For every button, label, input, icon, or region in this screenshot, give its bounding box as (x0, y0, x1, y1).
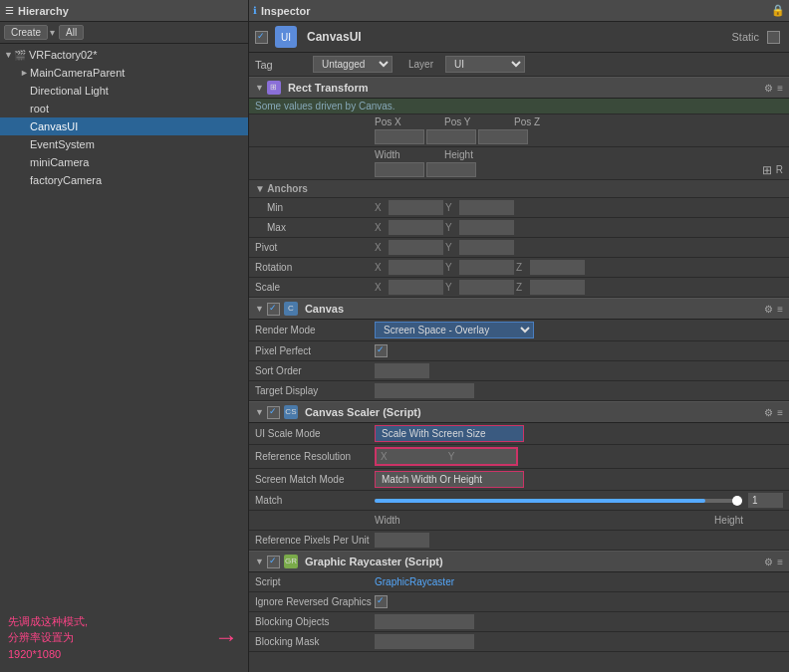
pixel-perfect-checkbox[interactable] (375, 344, 388, 357)
sort-order-input[interactable]: 1 (375, 363, 429, 378)
hierarchy-item-camera-parent[interactable]: MainCameraParent (0, 64, 248, 82)
hierarchy-item-label: factoryCamera (30, 174, 102, 186)
ref-pixels-input[interactable]: 100 (375, 533, 429, 548)
y-label: Y (445, 202, 457, 213)
width-input[interactable]: 1920 (375, 162, 424, 177)
screen-match-value[interactable]: Match Width Or Height (375, 471, 524, 488)
active-checkbox[interactable] (255, 31, 268, 44)
object-header-row: UI CanvasUI Static (249, 22, 789, 53)
hierarchy-item-directional-light[interactable]: Directional Light (0, 82, 248, 100)
canvas-scaler-active-checkbox[interactable] (267, 406, 280, 419)
graphic-raycaster-icon: GR (284, 555, 298, 568)
anchor-max-label: Max (255, 222, 375, 233)
height-label: Height (714, 515, 743, 526)
create-button[interactable]: Create (4, 25, 48, 40)
canvas-scaler-settings-button[interactable]: ⚙ (764, 407, 773, 418)
pos-y-input[interactable]: 540 (426, 129, 476, 144)
lock-icon[interactable]: 🔒 (771, 4, 785, 17)
pos-z-input[interactable]: 0 (478, 129, 528, 144)
pivot-y-input[interactable]: 0.5 (459, 240, 514, 255)
ignore-reversed-checkbox[interactable] (375, 595, 388, 608)
rotation-z-input[interactable]: 0 (530, 260, 585, 275)
pixel-perfect-label: Pixel Perfect (255, 345, 375, 356)
arrow-icon (20, 68, 30, 78)
pivot-row: Pivot X 0.5 Y 0.5 (249, 238, 789, 258)
canvas-arrow-icon: ▼ (255, 304, 264, 314)
rect-transform-header[interactable]: ▼ ⊞ Rect Transform ⚙ ≡ (249, 77, 789, 99)
match-slider[interactable] (375, 499, 742, 503)
reference-resolution-inputs: X 1920 Y 1080 (375, 447, 518, 466)
match-value-input[interactable] (748, 493, 783, 508)
anchor-max-y-input[interactable]: 0 (459, 220, 514, 235)
canvas-settings-button[interactable]: ⚙ (764, 304, 773, 315)
canvas-scaler-header[interactable]: ▼ CS Canvas Scaler (Script) ⚙ ≡ (249, 401, 789, 423)
rotation-y-input[interactable]: 0 (459, 260, 514, 275)
ref-y-label: Y (448, 451, 455, 462)
graphic-raycaster-active-checkbox[interactable] (267, 556, 280, 568)
hierarchy-list: 🎬 VRFactory02* MainCameraParent Directio… (0, 44, 248, 603)
pivot-x-input[interactable]: 0.5 (389, 240, 443, 255)
inspector-header: ℹ Inspector 🔒 (249, 0, 789, 22)
hierarchy-item-canvasui[interactable]: CanvasUI (0, 117, 248, 135)
width-header: Width (375, 149, 444, 160)
scale-y-input[interactable]: 1 (459, 280, 514, 295)
blocking-mask-input[interactable]: Everything (375, 634, 474, 649)
posy-header: Pos Y (444, 116, 514, 127)
all-button[interactable]: All (59, 25, 84, 40)
script-value[interactable]: GraphicRaycaster (375, 576, 454, 587)
layer-dropdown[interactable]: UI (445, 56, 525, 73)
tag-layer-row: Tag Untagged Layer UI (249, 53, 789, 77)
rect-transform-menu-button[interactable]: ≡ (777, 83, 783, 94)
tag-dropdown[interactable]: Untagged (313, 56, 393, 73)
blocking-objects-input[interactable]: None (375, 614, 474, 629)
hierarchy-item-factorycamera[interactable]: factoryCamera (0, 171, 248, 189)
pos-x-input[interactable]: 960 (375, 129, 424, 144)
script-row: Script GraphicRaycaster (249, 572, 789, 592)
scale-values: X 1 Y 1 Z 1 (375, 280, 585, 295)
hierarchy-item-eventsystem[interactable]: EventSystem (0, 135, 248, 153)
graphic-raycaster-arrow-icon: ▼ (255, 557, 264, 566)
hierarchy-title: Hierarchy (18, 5, 69, 17)
target-display-input[interactable]: Display 1 (375, 383, 474, 398)
static-checkbox[interactable] (767, 31, 780, 44)
canvas-active-checkbox[interactable] (267, 303, 280, 316)
pivot-y-label: Y (445, 242, 457, 253)
hierarchy-item-minicamera[interactable]: miniCamera (0, 153, 248, 171)
scale-x-input[interactable]: 1 (389, 280, 443, 295)
render-mode-dropdown[interactable]: Screen Space - Overlay (375, 322, 534, 338)
reset-button[interactable]: R (776, 163, 783, 177)
ref-x-input[interactable]: 1920 (391, 450, 445, 463)
render-mode-label: Render Mode (255, 325, 375, 336)
canvas-scaler-title: Canvas Scaler (Script) (305, 406, 421, 418)
inspector-title: Inspector (261, 5, 311, 17)
canvas-scaler-menu-button[interactable]: ≡ (777, 407, 783, 418)
hierarchy-toolbar: Create ▾ All (0, 22, 248, 44)
ui-scale-mode-value[interactable]: Scale With Screen Size (375, 425, 524, 442)
scale-z-input[interactable]: 1 (530, 280, 585, 295)
pivot-label: Pivot (255, 242, 375, 253)
ref-y-input[interactable]: 1080 (457, 450, 512, 463)
canvas-tools: ⚙ ≡ (764, 304, 783, 315)
anchor-min-y-input[interactable]: 0 (459, 200, 514, 215)
blueprint-button[interactable]: ⊞ (762, 163, 772, 177)
inspector-icon: ℹ (253, 5, 257, 16)
graphic-raycaster-header[interactable]: ▼ GR Graphic Raycaster (Script) ⚙ ≡ (249, 551, 789, 572)
match-label: Match (255, 495, 375, 506)
canvas-menu-button[interactable]: ≡ (777, 304, 783, 315)
anchor-max-values: X 0 Y 0 (375, 220, 514, 235)
anchor-min-x-input[interactable]: 0 (389, 200, 443, 215)
inspector-body: ▼ ⊞ Rect Transform ⚙ ≡ Some values drive… (249, 77, 789, 672)
anchor-max-x-input[interactable]: 0 (389, 220, 443, 235)
hierarchy-icon: ☰ (5, 5, 14, 16)
height-input[interactable]: 1080 (426, 162, 476, 177)
rect-transform-settings-button[interactable]: ⚙ (764, 83, 773, 94)
object-name: CanvasUI (307, 30, 727, 44)
canvas-header[interactable]: ▼ C Canvas ⚙ ≡ (249, 298, 789, 320)
rotation-x-input[interactable]: 0 (389, 260, 443, 275)
gr-menu-button[interactable]: ≡ (777, 557, 783, 567)
scale-label: Scale (255, 282, 375, 293)
hierarchy-item-root[interactable]: root (0, 100, 248, 117)
hierarchy-item-vr[interactable]: 🎬 VRFactory02* (0, 46, 248, 64)
blocking-mask-label: Blocking Mask (255, 636, 375, 647)
gr-settings-button[interactable]: ⚙ (764, 557, 773, 567)
